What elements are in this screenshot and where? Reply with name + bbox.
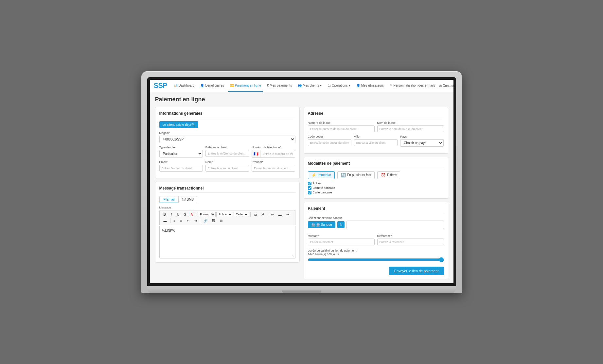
- immediat-label: Immédiat: [318, 173, 331, 177]
- toolbar-image[interactable]: 🖼: [210, 218, 217, 223]
- toolbar-size-select[interactable]: Taille: [234, 212, 249, 217]
- email-tab-icon: ✉: [163, 198, 166, 201]
- bank-button[interactable]: 🏦 🏦 Banque: [308, 221, 335, 228]
- montant-group: Montant*: [308, 234, 375, 245]
- city-group: Ville: [354, 135, 398, 147]
- active-label: Activé: [313, 182, 321, 185]
- nav-item-personnalisation[interactable]: ✉ Personnalisation des e-mails: [388, 80, 437, 92]
- toolbar-font-select[interactable]: Police: [216, 212, 233, 217]
- card-general-info: Informations générales Le client existe …: [155, 107, 300, 178]
- toolbar-sep-5: [200, 218, 200, 223]
- toolbar-align-left[interactable]: ⇤: [269, 212, 276, 217]
- montant-ref-row: Montant* Référence*: [308, 234, 444, 245]
- nav-item-beneficiaires[interactable]: 👤 Bénéficiaires: [198, 80, 226, 92]
- toolbar-align-center[interactable]: ▬: [276, 212, 284, 217]
- message-label: Message: [159, 206, 295, 209]
- city-input[interactable]: [354, 139, 398, 146]
- magasin-select[interactable]: 4'000001/SSP: [159, 136, 295, 143]
- toolbar-subscript[interactable]: x₂: [252, 212, 259, 217]
- toolbar-list-ul[interactable]: ≡: [172, 218, 178, 223]
- address-grid-top: Numéro de la rue Nom de la rue: [308, 121, 444, 132]
- sms-tab-label: SMS: [187, 198, 194, 201]
- refresh-button[interactable]: ↻: [337, 221, 345, 228]
- street-name-input[interactable]: [377, 125, 444, 132]
- ref-client-group: Référence client: [205, 146, 249, 158]
- toolbar-strikethrough[interactable]: S: [182, 212, 188, 217]
- street-num-input[interactable]: [308, 125, 375, 132]
- card-payment: Paiement Sélectionnez votre banque 🏦 🏦 B…: [304, 202, 448, 279]
- nav-item-dashboard[interactable]: 📊 Dashboard: [172, 80, 197, 92]
- nav-item-mes-clients[interactable]: 👥 Mes clients ▾: [296, 80, 324, 92]
- tab-sms[interactable]: 💬 SMS: [178, 196, 198, 203]
- validity-label: Durée de validité du lien de paiement: [308, 249, 357, 252]
- payment-modes-title: Modalités de paiement: [308, 161, 444, 168]
- carte-bancaire-checkbox[interactable]: [308, 191, 311, 194]
- active-checkbox[interactable]: [308, 182, 311, 185]
- tab-email[interactable]: ✉ Email: [159, 196, 178, 203]
- nav-item-utilisateurs[interactable]: 👤 Mes utilisateurs: [354, 80, 386, 92]
- nav-item-mes-paiements[interactable]: € Mes paiements: [265, 80, 294, 92]
- country-select[interactable]: Choisir un pays France Belgique Suisse: [400, 139, 444, 147]
- email-input[interactable]: [159, 165, 203, 172]
- toolbar-align-right[interactable]: ⇥: [284, 212, 291, 217]
- message-tabs: ✉ Email 💬 SMS: [159, 196, 295, 203]
- toolbar-superscript[interactable]: x²: [259, 212, 266, 217]
- nav-item-operations[interactable]: 🗂 Opérations ▾: [326, 80, 352, 92]
- validity-slider[interactable]: [308, 257, 444, 262]
- mode-differe[interactable]: ⏰ Différé: [377, 171, 400, 179]
- laptop-frame: SSP 📊 Dashboard 👤 Bénéficiaires 💳 Paieme…: [141, 71, 462, 293]
- postal-input[interactable]: [308, 139, 351, 146]
- payment-modes-container: ⚡ Immédiat 🔄 En plusieurs fois ⏰: [308, 171, 444, 179]
- email-tab-label: Email: [167, 198, 175, 201]
- nav-item-paiement-en-ligne[interactable]: 💳 Paiement en ligne: [228, 80, 263, 92]
- type-client-select[interactable]: Particulier Professionnel: [159, 150, 203, 157]
- toolbar-link[interactable]: 🔗: [202, 218, 209, 223]
- phone-input-container: 🇫🇷: [252, 150, 295, 158]
- differe-icon: ⏰: [381, 173, 386, 177]
- phone-input[interactable]: [260, 151, 295, 157]
- submit-button[interactable]: Envoyer le lien de paiement: [389, 267, 444, 275]
- nom-label: Nom*: [205, 160, 249, 164]
- reference-group: Référence*: [377, 234, 444, 245]
- mode-immediat[interactable]: ⚡ Immédiat: [308, 171, 335, 179]
- toolbar-list-ol[interactable]: ≡: [178, 218, 184, 223]
- mode-plusieurs-fois[interactable]: 🔄 En plusieurs fois: [337, 171, 375, 179]
- address-grid-bottom: Code postal Ville Pays: [308, 135, 444, 147]
- page-content: Paiement en ligne Informations générales…: [150, 92, 453, 283]
- phone-group: Numéro de téléphone* 🇫🇷: [252, 146, 295, 158]
- nav-contact[interactable]: ✉ Contact: [439, 84, 453, 88]
- type-ref-phone-row: Type de client Particulier Professionnel…: [159, 146, 295, 158]
- user-icon: 👤: [200, 84, 204, 87]
- existing-client-button[interactable]: Le client existe déjà🔍: [159, 121, 199, 128]
- ref-client-input[interactable]: [205, 150, 249, 157]
- message-title: Message transactionnel: [159, 186, 295, 193]
- nav-operations-label: Opérations ▾: [332, 84, 350, 87]
- toolbar-font-color[interactable]: A: [189, 212, 195, 217]
- magasin-label: Magasin: [159, 131, 295, 135]
- prenom-label: Prénom*: [252, 160, 295, 164]
- bank-button-icon: 🏦: [311, 223, 315, 226]
- street-name-group: Nom de la rue: [377, 121, 444, 132]
- prenom-input[interactable]: [252, 165, 295, 172]
- contact-envelope-icon: ✉: [439, 84, 442, 88]
- resize-handle-icon: ⤡: [292, 254, 294, 257]
- reference-input[interactable]: [377, 239, 444, 245]
- operations-icon: 🗂: [328, 84, 331, 87]
- toolbar-justify[interactable]: ▬: [162, 218, 169, 223]
- nom-input[interactable]: [205, 165, 249, 172]
- immediat-icon: ⚡: [311, 173, 316, 177]
- toolbar-table[interactable]: ⊞: [218, 218, 224, 223]
- editor-content-area[interactable]: %LINK% ⤡: [159, 226, 295, 258]
- compte-bancaire-checkbox[interactable]: [308, 186, 311, 190]
- euro-icon: €: [267, 84, 269, 87]
- toolbar-outdent[interactable]: ⇤: [185, 218, 191, 223]
- toolbar-underline[interactable]: U: [175, 212, 181, 217]
- toolbar-format-select[interactable]: Format: [198, 212, 216, 217]
- country-group: Pays Choisir un pays France Belgique Sui…: [400, 135, 444, 147]
- validity-value: 1440 heure(s) / 60 jours: [308, 253, 444, 256]
- toolbar-bold[interactable]: B: [162, 212, 168, 217]
- toolbar-indent[interactable]: ⇥: [192, 218, 199, 223]
- payment-title: Paiement: [308, 206, 444, 213]
- toolbar-italic[interactable]: I: [168, 212, 174, 217]
- montant-input[interactable]: [308, 239, 375, 245]
